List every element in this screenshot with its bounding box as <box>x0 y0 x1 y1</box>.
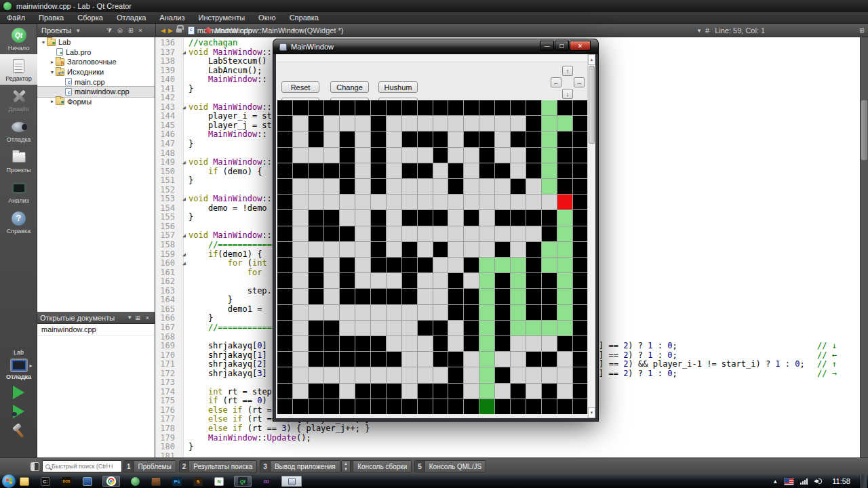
taskbar-item-sublime-icon[interactable]: S <box>192 476 204 487</box>
editor-scrollbar[interactable] <box>860 37 868 458</box>
debug-run-button[interactable] <box>13 405 24 418</box>
symbol-combo-caret[interactable]: ▼ <box>692 24 702 37</box>
menu-item-Справка[interactable]: Справка <box>283 12 326 23</box>
locator-search[interactable] <box>42 460 122 472</box>
tree-item-Lab[interactable]: ▾■Lab <box>37 37 155 47</box>
mode-Анализ[interactable]: Анализ <box>0 176 37 207</box>
mode-Редактор[interactable]: Редактор <box>0 54 37 85</box>
build-target-selector[interactable]: Lab Отладка <box>0 349 37 443</box>
taskbar-item-notepad-icon[interactable]: N <box>213 476 225 487</box>
maximize-button[interactable]: ▢ <box>555 41 569 51</box>
split-icon[interactable]: ⊞ <box>135 314 140 321</box>
output-pane-Консоль сборки[interactable]: 4Консоль сборки <box>343 460 412 472</box>
toggle-sidebar-icon[interactable] <box>31 462 39 471</box>
network-icon[interactable] <box>800 478 808 485</box>
menu-item-Анализ[interactable]: Анализ <box>153 12 191 23</box>
fold-marker[interactable]: ◢ <box>180 195 189 204</box>
mode-Отладка[interactable]: Отладка <box>0 115 37 146</box>
tree-item-Исходники[interactable]: ▾c+Исходники <box>37 67 155 77</box>
reset-button[interactable]: Reset <box>281 81 319 93</box>
split-icon[interactable]: ⊞ <box>128 27 134 34</box>
tree-item-main.cpp[interactable]: cmain.cpp <box>37 77 155 87</box>
run-button[interactable] <box>13 386 24 399</box>
maze-grid[interactable] <box>277 100 588 414</box>
output-pane-Результаты поиска[interactable]: 2Результаты поиска <box>179 460 258 472</box>
taskbar-item-visual-studio-icon[interactable]: ∞ <box>260 476 273 487</box>
scroll-up-icon[interactable]: ▲ <box>588 54 595 65</box>
keyboard-layout-icon[interactable] <box>784 478 794 485</box>
arrow-right-button[interactable]: → <box>574 77 585 87</box>
split-editor-icon[interactable]: ⊞ <box>856 24 867 37</box>
mode-Начало[interactable]: QtНачало <box>0 24 37 54</box>
fold-marker[interactable]: ◢ <box>180 259 189 268</box>
build-button[interactable] <box>10 424 28 440</box>
expand-icon[interactable]: ▸ <box>49 98 56 104</box>
filter-icon[interactable]: ⧩ <box>106 27 112 35</box>
mode-Справка[interactable]: ?Справка <box>0 207 37 237</box>
tree-item-mainwindow.cpp[interactable]: cmainwindow.cpp <box>37 87 155 97</box>
close-pane-icon[interactable]: × <box>146 314 149 321</box>
collapse-icon[interactable]: ▾ <box>49 69 56 75</box>
expand-icon[interactable]: ▸ <box>49 59 56 65</box>
app-scrollbar-thumb[interactable] <box>589 66 595 144</box>
forward-icon[interactable]: ▶ <box>168 27 173 34</box>
tree-item-Lab.pro[interactable]: ●Lab.pro <box>37 47 155 58</box>
start-button[interactable] <box>2 474 16 488</box>
minimize-button[interactable]: — <box>540 41 554 51</box>
arrow-left-button[interactable]: ← <box>551 77 561 87</box>
hidden-icons-button[interactable]: ▲ <box>772 479 778 485</box>
fold-marker[interactable]: ◢ <box>180 250 189 260</box>
mode-Проекты[interactable]: Проекты <box>0 146 37 176</box>
tree-item-Заголовочные[interactable]: ▸hЗаголовочные <box>37 57 155 67</box>
fold-marker[interactable]: ◢ <box>180 48 189 58</box>
output-pane-Вывод приложения[interactable]: 3Вывод приложения <box>260 460 340 472</box>
code-segment: : <box>781 359 795 369</box>
taskbar-item-qt-creator-icon[interactable]: Qt <box>234 476 252 487</box>
menu-item-Инструменты[interactable]: Инструменты <box>192 12 252 23</box>
maze-cell-floor <box>448 210 463 225</box>
symbol-combo[interactable]: MainWindow::MainWindow(QWidget *) <box>203 24 344 37</box>
taskbar-item-chrome-icon[interactable] <box>102 476 120 487</box>
hushum-button[interactable]: Hushum <box>378 81 418 93</box>
maze-cell-wall <box>309 163 323 178</box>
taskbar-item-globe-icon[interactable] <box>129 476 141 487</box>
menu-item-Файл[interactable]: Файл <box>0 12 32 23</box>
fold-marker[interactable]: ◢ <box>180 103 189 113</box>
taskbar-item-photos-icon[interactable] <box>150 476 162 487</box>
volume-icon[interactable] <box>814 478 822 485</box>
menu-item-Окно[interactable]: Окно <box>252 12 283 23</box>
output-pane-Проблемы[interactable]: 1Проблемы <box>123 460 176 472</box>
taskbar-item-terminal-icon[interactable]: C: <box>39 476 52 487</box>
editor-scrollbar-thumb[interactable] <box>861 100 867 160</box>
taskbar-item-photoshop-icon[interactable]: Ps <box>171 476 183 487</box>
clock[interactable]: 11:58 <box>832 477 850 485</box>
tree-item-Формы[interactable]: ▸■Формы <box>37 97 155 107</box>
scroll-down-icon[interactable]: ▼ <box>588 407 595 418</box>
show-desktop-button[interactable] <box>861 474 867 488</box>
sync-icon[interactable]: ◎ <box>117 27 123 34</box>
change-button[interactable]: Change <box>330 81 369 93</box>
projects-pane-combo[interactable]: Проекты ▼ <box>41 24 81 37</box>
taskbar-item-system-tool-icon[interactable] <box>81 476 94 487</box>
arrow-down-button[interactable]: ↓ <box>562 89 573 99</box>
fold-marker[interactable]: ◢ <box>180 231 189 241</box>
app-scrollbar[interactable]: ▲ ▼ <box>587 54 595 418</box>
taskbar-item-explorer-icon[interactable] <box>18 476 31 487</box>
taskbar-item-dosbox-icon[interactable]: DOS <box>60 476 73 487</box>
mode-Дизайн[interactable]: Дизайн <box>0 85 37 115</box>
taskbar-item-app-window-icon[interactable] <box>281 476 302 487</box>
arrow-up-button[interactable]: ↑ <box>562 66 573 76</box>
close-pane-icon[interactable]: × <box>138 27 142 34</box>
output-pane-Консоль QML/JS[interactable]: 5Консоль QML/JS <box>414 460 486 472</box>
menu-item-Отладка[interactable]: Отладка <box>110 12 153 23</box>
chevron-down-icon[interactable]: ▼ <box>127 314 132 321</box>
output-pane-arrows[interactable]: ▲▼ <box>341 460 351 472</box>
collapse-icon[interactable]: ▾ <box>40 39 47 45</box>
close-button[interactable]: ✕ <box>570 41 591 51</box>
menu-item-Сборка[interactable]: Сборка <box>71 12 110 23</box>
open-document-item[interactable]: mainwindow.cpp <box>37 324 155 336</box>
fold-marker[interactable]: ◢ <box>180 158 189 167</box>
menu-item-Правка[interactable]: Правка <box>32 12 71 23</box>
back-icon[interactable]: ◀ <box>161 27 165 34</box>
search-input[interactable] <box>52 463 113 470</box>
